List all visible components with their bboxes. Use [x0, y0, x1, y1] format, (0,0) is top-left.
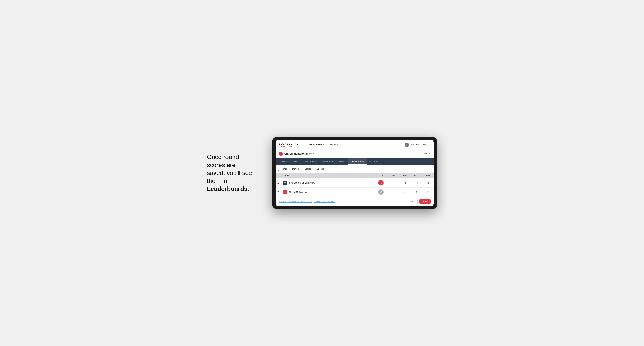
sub-nav: Details Teams Course Setup Tee Groups Re…: [276, 158, 434, 165]
col-header-rd3: RD3: [422, 173, 434, 178]
brand-clippd: clippd: [288, 145, 292, 147]
brand-logo: SCOREBOARD Powered by clippd: [279, 142, 298, 147]
cancel-button[interactable]: Cancel: [404, 199, 418, 204]
tournament-gender: (Men): [309, 152, 315, 155]
row-rd2: +5: [411, 178, 422, 187]
leaderboard-table: # TEAM TOTAL THRU RD1 RD2 RD3 1 SU: [276, 173, 434, 197]
divider: |: [421, 144, 422, 146]
save-button[interactable]: Save: [420, 199, 430, 204]
sub-tab-leaderboards[interactable]: Leaderboards: [348, 158, 367, 165]
sub-tab-printables[interactable]: Printables: [367, 158, 382, 165]
powered-by: Powered by clippd: [279, 145, 298, 147]
row-pos: 1: [276, 178, 281, 187]
nav-bar: SCOREBOARD Powered by clippd TOURNAMENTS…: [276, 140, 434, 149]
nav-tab-tournaments[interactable]: TOURNAMENTS: [303, 140, 327, 149]
avatar: S: [404, 143, 409, 147]
tournament-icon: C: [279, 152, 283, 156]
table-row: 2 C Clippd College [A] +3 F +8 -8 +3: [276, 187, 434, 197]
left-description: Once roundscores aresaved, you'll seethe…: [207, 153, 260, 193]
tablet-frame: SCOREBOARD Powered by clippd TOURNAMENTS…: [272, 137, 437, 209]
col-header-rd2: RD2: [411, 173, 422, 178]
filter-strokes[interactable]: Strokes: [314, 167, 326, 171]
col-header-total: TOTAL: [374, 173, 388, 178]
footer: https://stage-blue-coach.stagescoreboard…: [276, 197, 434, 206]
brand-name: SCOREBOARD: [279, 142, 298, 145]
row-total: +3: [374, 187, 388, 197]
team-logo: C: [283, 190, 288, 194]
row-pos: 2: [276, 187, 281, 197]
filter-scores[interactable]: Scores: [302, 167, 313, 171]
sub-tab-tee-groups[interactable]: Tee Groups: [320, 158, 336, 165]
table-row: 1 SU Scoreboard University [A] -5 F -4 +…: [276, 178, 434, 187]
row-thru: F: [388, 178, 399, 187]
tablet-screen: SCOREBOARD Powered by clippd TOURNAMENTS…: [276, 140, 434, 206]
row-rd1: +8: [399, 187, 411, 197]
nav-user: S Test User | Sign out: [404, 143, 430, 147]
sub-tab-course-setup[interactable]: Course Setup: [301, 158, 320, 165]
row-rd3: +3: [422, 187, 434, 197]
tournament-title: C Clippd Invitational (Men): [279, 152, 315, 156]
row-thru: F: [388, 187, 399, 197]
description-bold: Leaderboards: [207, 185, 248, 192]
score-badge: +3: [378, 189, 384, 195]
col-header-rd1: RD1: [399, 173, 411, 178]
sub-tab-details[interactable]: Details: [278, 158, 290, 165]
row-rd3: -6: [422, 178, 434, 187]
team-logo: SU: [283, 181, 288, 185]
team-name: Scoreboard University [A]: [289, 181, 315, 184]
row-team: C Clippd College [A]: [281, 187, 374, 197]
filter-bar: Teams Players Scores Strokes: [276, 165, 434, 173]
team-name: Clippd College [A]: [289, 191, 308, 193]
col-header-team: TEAM: [281, 173, 374, 178]
tournament-cancel[interactable]: Cancel ✕: [420, 152, 430, 155]
row-rd1: -4: [399, 178, 411, 187]
tournament-header: C Clippd Invitational (Men) Cancel ✕: [276, 149, 434, 158]
description-text: Once roundscores aresaved, you'll seethe…: [207, 154, 252, 192]
sign-out-link[interactable]: Sign out: [423, 144, 430, 146]
nav-tabs: TOURNAMENTS TEAMS: [303, 140, 404, 149]
filter-teams[interactable]: Teams: [278, 167, 289, 171]
close-icon: ✕: [428, 152, 430, 155]
nav-tab-teams[interactable]: TEAMS: [327, 140, 341, 149]
table-header-row: # TEAM TOTAL THRU RD1 RD2 RD3: [276, 173, 434, 178]
sub-tab-teams[interactable]: Teams: [290, 158, 301, 165]
user-name: Test User: [410, 144, 419, 146]
row-rd2: -8: [411, 187, 422, 197]
tournament-name: Clippd Invitational: [284, 152, 308, 155]
row-total: -5: [374, 178, 388, 187]
leaderboard-table-container: # TEAM TOTAL THRU RD1 RD2 RD3 1 SU: [276, 173, 434, 197]
row-team: SU Scoreboard University [A]: [281, 178, 374, 187]
filter-players[interactable]: Players: [290, 167, 302, 171]
footer-url: https://stage-blue-coach.stagescoreboard…: [279, 201, 402, 202]
col-header-thru: THRU: [388, 173, 399, 178]
col-header-pos: #: [276, 173, 281, 178]
sub-tab-results[interactable]: Results: [336, 158, 348, 165]
score-badge: -5: [378, 180, 384, 185]
